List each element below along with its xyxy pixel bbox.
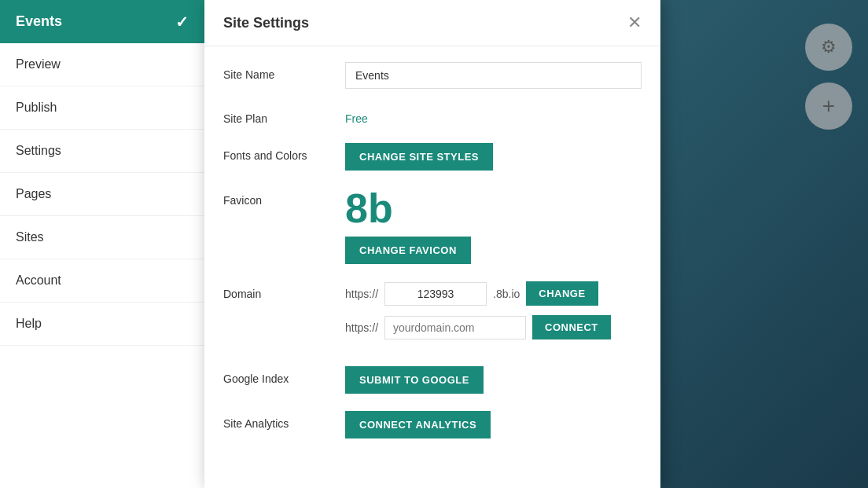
sidebar-item-account[interactable]: Account <box>0 259 204 303</box>
sidebar-item-publish[interactable]: Publish <box>0 86 204 130</box>
site-name-row: Site Name <box>223 62 642 89</box>
domain-custom-input[interactable] <box>384 316 526 339</box>
fonts-colors-content: CHANGE SITE STYLES <box>345 143 642 171</box>
modal-backdrop: Site Settings ✕ Site Name Site Plan Free <box>204 0 868 488</box>
sidebar-item-sites[interactable]: Sites <box>0 216 204 259</box>
site-name-label: Site Name <box>223 62 345 81</box>
settings-modal: Site Settings ✕ Site Name Site Plan Free <box>204 0 660 488</box>
google-index-row: Google Index SUBMIT TO GOOGLE <box>223 366 642 394</box>
domain-label: Domain <box>223 281 345 300</box>
sidebar-item-help[interactable]: Help <box>0 303 204 346</box>
favicon-row: Favicon 8b CHANGE FAVICON <box>223 188 642 264</box>
change-site-styles-button[interactable]: CHANGE SITE STYLES <box>345 143 493 171</box>
domain-suffix: .8b.io <box>493 288 520 300</box>
domain-content: https:// .8b.io CHANGE https:// CONNECT <box>345 281 642 349</box>
connect-domain-button[interactable]: CONNECT <box>532 315 611 339</box>
domain-prefix: https:// <box>345 288 378 300</box>
site-plan-label: Site Plan <box>223 106 345 125</box>
site-analytics-label: Site Analytics <box>223 411 345 430</box>
change-favicon-button[interactable]: CHANGE FAVICON <box>345 237 471 264</box>
site-plan-content: Free <box>345 106 642 126</box>
modal-header: Site Settings ✕ <box>204 0 660 46</box>
google-index-content: SUBMIT TO GOOGLE <box>345 366 642 394</box>
domain-row: Domain https:// .8b.io CHANGE https:// C… <box>223 281 642 349</box>
favicon-display: 8b <box>345 188 393 229</box>
sidebar-item-preview[interactable]: Preview <box>0 43 204 86</box>
site-analytics-content: CONNECT ANALYTICS <box>345 411 642 438</box>
favicon-content: 8b CHANGE FAVICON <box>345 188 642 264</box>
site-plan-row: Site Plan Free <box>223 106 642 126</box>
sidebar-item-settings[interactable]: Settings <box>0 130 204 173</box>
site-name-content <box>345 62 642 89</box>
close-button[interactable]: ✕ <box>627 14 642 31</box>
submit-to-google-button[interactable]: SUBMIT TO GOOGLE <box>345 366 484 394</box>
domain-prefix2: https:// <box>345 321 378 334</box>
sidebar-item-pages[interactable]: Pages <box>0 173 204 216</box>
checkmark-icon: ✓ <box>175 13 189 31</box>
modal-title: Site Settings <box>223 15 309 31</box>
favicon-label: Favicon <box>223 188 345 207</box>
fonts-colors-label: Fonts and Colors <box>223 143 345 162</box>
change-domain-button[interactable]: CHANGE <box>526 281 598 306</box>
sidebar-title: Events <box>16 13 62 30</box>
modal-body: Site Name Site Plan Free Fonts and Color… <box>204 46 660 471</box>
connect-analytics-button[interactable]: CONNECT ANALYTICS <box>345 411 491 438</box>
site-analytics-row: Site Analytics CONNECT ANALYTICS <box>223 411 642 438</box>
domain-custom-row: https:// CONNECT <box>345 315 642 339</box>
domain-primary-row: https:// .8b.io CHANGE <box>345 281 642 306</box>
fonts-colors-row: Fonts and Colors CHANGE SITE STYLES <box>223 143 642 171</box>
site-name-input[interactable] <box>345 62 642 89</box>
google-index-label: Google Index <box>223 366 345 385</box>
sidebar: Events ✓ Preview Publish Settings Pages … <box>0 0 204 488</box>
plan-link[interactable]: Free <box>345 106 368 125</box>
sidebar-header[interactable]: Events ✓ <box>0 0 204 43</box>
domain-value-input[interactable] <box>384 282 487 306</box>
